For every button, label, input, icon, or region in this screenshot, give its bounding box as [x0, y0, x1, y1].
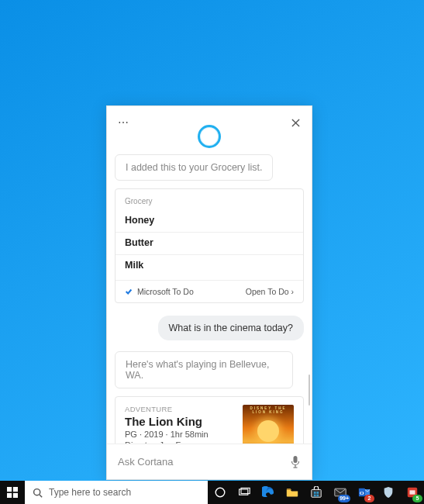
store-icon — [310, 486, 322, 499]
grocery-list-label: Grocery — [125, 197, 294, 205]
svg-rect-8 — [13, 493, 18, 498]
todo-check-icon — [125, 288, 133, 295]
cortana-logo-icon — [198, 125, 221, 148]
more-button[interactable]: ⋯ — [115, 114, 132, 131]
mail-badge: 99+ — [338, 495, 350, 502]
cortana-window: ⋯ I added this to your Grocery list. Gro… — [106, 105, 312, 480]
card-source: Microsoft To Do — [125, 287, 194, 296]
start-button[interactable] — [0, 481, 25, 504]
movie-card[interactable]: ADVENTURE The Lion King PG · 2019 · 1hr … — [115, 396, 304, 444]
mail-taskbar-button[interactable]: 99+ — [328, 481, 352, 504]
svg-rect-24 — [409, 490, 415, 494]
movie-director: Director: Jon Favreau — [125, 440, 235, 444]
movie-poster: DISNEY THE LION KING — [243, 405, 294, 444]
taskbar-tray: 99+ O 2 5 — [208, 481, 424, 504]
file-explorer-button[interactable] — [280, 481, 304, 504]
taskbar-search[interactable]: Type here to search — [25, 481, 208, 504]
scrollbar-thumb[interactable] — [309, 375, 310, 406]
svg-rect-18 — [316, 495, 319, 497]
outlook-badge: 2 — [364, 495, 374, 502]
list-item: Butter — [125, 233, 294, 253]
microphone-button[interactable] — [290, 455, 301, 469]
svg-rect-15 — [313, 492, 315, 494]
svg-rect-7 — [7, 493, 12, 498]
svg-text:O: O — [359, 490, 364, 496]
cortana-header: ⋯ — [107, 106, 312, 150]
movie-info: ADVENTURE The Lion King PG · 2019 · 1hr … — [125, 405, 235, 444]
ask-cortana-input[interactable] — [118, 456, 282, 468]
svg-rect-17 — [313, 495, 315, 497]
cortana-ring-icon — [214, 486, 226, 499]
svg-point-9 — [34, 488, 40, 495]
grocery-card-footer: Microsoft To Do Open To Do › — [115, 280, 303, 302]
svg-rect-5 — [7, 487, 12, 492]
user-message: What is in the cinema today? — [158, 316, 305, 340]
edge-icon — [262, 486, 274, 499]
windows-logo-icon — [7, 487, 18, 498]
movie-card-body: ADVENTURE The Lion King PG · 2019 · 1hr … — [115, 397, 303, 444]
svg-point-11 — [215, 488, 225, 497]
search-icon — [33, 488, 43, 498]
conversation-pane: I added this to your Grocery list. Groce… — [107, 150, 312, 444]
open-todo-link[interactable]: Open To Do › — [246, 287, 294, 296]
taskbar: Type here to search 99+ — [0, 481, 424, 504]
card-source-label: Microsoft To Do — [137, 287, 194, 296]
list-item: Milk — [125, 255, 294, 275]
close-icon — [291, 119, 300, 127]
shield-icon — [382, 486, 395, 499]
cortana-taskbar-button[interactable] — [208, 481, 232, 504]
compose-box — [107, 444, 312, 479]
movie-meta: PG · 2019 · 1hr 58min — [125, 430, 235, 439]
assistant-message: I added this to your Grocery list. — [115, 154, 273, 181]
microsoft-store-button[interactable] — [304, 481, 328, 504]
grocery-card[interactable]: Grocery Honey Butter Milk Microsoft To D… — [115, 188, 304, 303]
task-view-button[interactable] — [232, 481, 256, 504]
svg-rect-2 — [294, 456, 298, 463]
search-placeholder-text: Type here to search — [49, 487, 131, 498]
svg-line-10 — [40, 494, 42, 496]
outlook-taskbar-button[interactable]: O 2 — [352, 481, 376, 504]
close-button[interactable] — [287, 114, 304, 131]
edge-taskbar-button[interactable] — [256, 481, 280, 504]
folder-icon — [286, 486, 298, 499]
desktop-background: ⋯ I added this to your Grocery list. Gro… — [0, 0, 424, 504]
app-badge: 5 — [412, 495, 422, 502]
movie-title: The Lion King — [125, 415, 235, 428]
svg-rect-14 — [311, 489, 320, 497]
microphone-icon — [290, 455, 301, 469]
movie-category: ADVENTURE — [125, 405, 235, 413]
grocery-card-body: Grocery Honey Butter Milk — [115, 189, 303, 280]
svg-rect-6 — [13, 487, 18, 492]
pinned-app-button[interactable]: 5 — [400, 481, 424, 504]
windows-security-button[interactable] — [376, 481, 400, 504]
list-item: Honey — [125, 210, 294, 230]
assistant-message: Here's what's playing in Bellevue, WA. — [115, 351, 293, 388]
svg-rect-16 — [316, 492, 319, 494]
task-view-icon — [238, 486, 250, 499]
